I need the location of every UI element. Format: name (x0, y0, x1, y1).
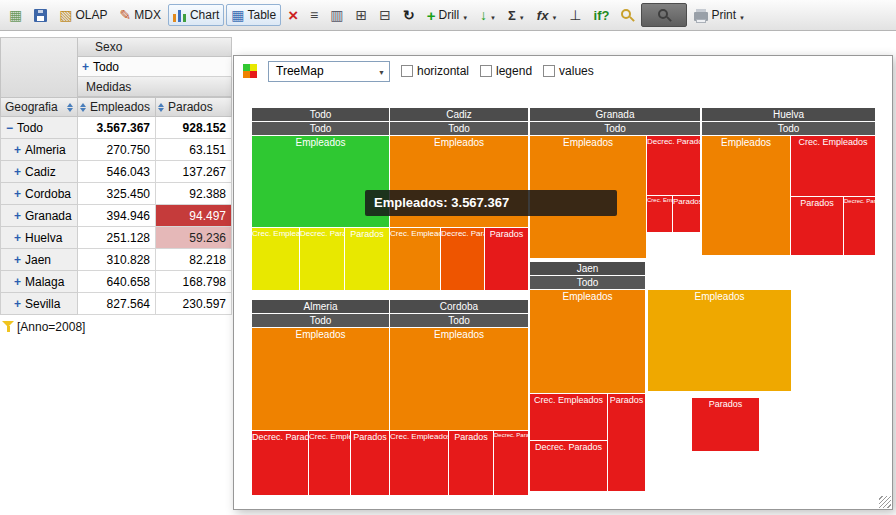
treemap-cell[interactable]: Crec. Empleados (252, 228, 299, 290)
treemap-cell[interactable]: Decrec. Parados (252, 431, 308, 495)
treemap-cell[interactable]: Crec. Empleados (390, 431, 448, 495)
chart-tools-button[interactable] (641, 3, 687, 27)
treemap-cell[interactable]: Parados (608, 394, 645, 491)
move-down-button[interactable] (475, 4, 501, 26)
treemap-cell[interactable]: Decrec. Parados (441, 228, 484, 290)
olap-button[interactable]: OLAP (54, 4, 112, 26)
chevron-down-icon[interactable] (551, 6, 557, 24)
treemap-cell[interactable]: Parados (791, 197, 843, 255)
expand-icon[interactable]: + (13, 297, 22, 311)
treemap-cell[interactable]: Empleados (702, 136, 790, 255)
refresh-button[interactable] (398, 4, 420, 26)
table-row: +Huelva251.12859.236 (0, 227, 232, 249)
sort-icon[interactable] (67, 103, 74, 112)
row-label: Todo (17, 121, 43, 135)
column-header-empleados[interactable]: Empleados (78, 97, 156, 117)
expand-icon[interactable]: + (13, 187, 22, 201)
row-header-huelva[interactable]: +Huelva (0, 227, 78, 249)
table-button[interactable]: Table (226, 4, 281, 26)
functions-button[interactable]: fx (532, 4, 563, 26)
if-button-glyph: if? (594, 9, 610, 22)
row-header-cadiz[interactable]: +Cadiz (0, 161, 78, 183)
row-header-granada[interactable]: +Granada (0, 205, 78, 227)
row-header-sevilla[interactable]: +Sevilla (0, 293, 78, 315)
chevron-down-icon[interactable] (519, 6, 525, 24)
resize-handle[interactable] (879, 496, 891, 508)
row-header-almeria[interactable]: +Almeria (0, 139, 78, 161)
row-header-jaen[interactable]: +Jaen (0, 249, 78, 271)
sexo-member-cell[interactable]: + Todo (78, 57, 232, 77)
magnifier-icon (621, 9, 634, 22)
treemap-cell[interactable]: Crec. Empleados (390, 228, 440, 290)
table-export-button[interactable] (374, 4, 396, 26)
cell-parados: 94.497 (156, 205, 232, 227)
treemap-cell[interactable]: Crec. Empleados (530, 394, 607, 440)
treemap-group-header: Granada (530, 108, 700, 121)
treemap-cell[interactable]: Decrec. Parados (530, 441, 607, 491)
columns-button[interactable] (325, 4, 348, 26)
treemap-cell[interactable]: Crec. Empleados (309, 431, 350, 495)
grid-button[interactable] (4, 4, 27, 26)
treemap-cell[interactable]: Empleados (530, 290, 645, 393)
treemap-cell[interactable]: Empleados (252, 328, 389, 430)
print-button-label: Print (711, 8, 736, 22)
expand-icon[interactable]: + (13, 209, 22, 223)
if-button[interactable]: if? (589, 4, 615, 26)
treemap-cell[interactable]: Decrec. Parados (494, 431, 528, 495)
window-button[interactable] (351, 4, 373, 26)
table-row: −Todo3.567.367928.152 (0, 117, 232, 139)
inspect-button[interactable] (616, 4, 639, 26)
column-header-geografia[interactable]: Geografia (0, 97, 78, 117)
treemap-cell[interactable]: Parados (345, 228, 389, 290)
treemap-cell[interactable]: Parados (449, 431, 493, 495)
chevron-down-icon[interactable] (490, 6, 496, 24)
expand-icon[interactable]: + (13, 143, 22, 157)
treemap-group-sub: Todo (252, 314, 389, 327)
treemap-cell[interactable]: Empleados (648, 290, 791, 391)
sort-icon[interactable] (158, 103, 165, 112)
chevron-down-icon[interactable] (739, 6, 745, 24)
chevron-down-icon[interactable] (462, 6, 468, 24)
toolbar: OLAPMDXChartTableDrillΣfxif?Print (0, 0, 896, 31)
expand-icon[interactable]: + (13, 253, 22, 267)
axis-button[interactable] (564, 4, 586, 26)
cell-empleados: 270.750 (78, 139, 156, 161)
treemap-cell[interactable]: Crec. Empleados (791, 136, 875, 196)
expand-icon[interactable]: + (81, 60, 90, 74)
mdx-button[interactable]: MDX (114, 4, 165, 26)
sort-icon[interactable] (80, 103, 87, 112)
medidas-header[interactable]: Medidas (78, 77, 232, 97)
expand-icon[interactable]: + (13, 165, 22, 179)
treemap-cell[interactable]: Parados (351, 431, 389, 495)
tools-button[interactable] (283, 4, 303, 26)
table-row: +Cordoba325.45092.388 (0, 183, 232, 205)
drill-button-label: Drill (438, 8, 459, 22)
treemap-group-header: Almeria (252, 300, 389, 313)
chart-button-label: Chart (190, 8, 219, 22)
expand-icon[interactable]: + (13, 231, 22, 245)
bars-icon (173, 9, 187, 22)
treemap-cell[interactable]: Empleados (390, 328, 528, 430)
save-button[interactable] (29, 4, 52, 26)
row-header-malaga[interactable]: +Malaga (0, 271, 78, 293)
collapse-icon[interactable]: − (5, 121, 14, 135)
aggregate-button[interactable]: Σ (503, 4, 530, 26)
treemap-cell[interactable]: Crec. Empleados (647, 196, 672, 232)
treemap-cell[interactable]: Decrec. Parados (300, 228, 344, 290)
chart-button[interactable]: Chart (168, 4, 224, 26)
treemap-cell[interactable]: Parados (485, 228, 528, 290)
treemap-cell[interactable]: Parados (692, 398, 759, 451)
treemap-cell[interactable]: Parados (673, 196, 700, 232)
drill-button[interactable]: Drill (422, 4, 473, 26)
treemap-cell[interactable]: Decrec. Parados (647, 136, 700, 195)
functions-button-glyph: fx (537, 9, 549, 22)
column-header-parados[interactable]: Parados (156, 97, 232, 117)
treemap-cell[interactable]: Decrec. Parados (844, 197, 875, 255)
sexo-dimension-header[interactable]: Sexo (78, 37, 232, 57)
print-button[interactable]: Print (689, 4, 750, 26)
row-header-todo[interactable]: −Todo (0, 117, 78, 139)
expand-icon[interactable]: + (13, 275, 22, 289)
row-header-cordoba[interactable]: +Cordoba (0, 183, 78, 205)
hierarchy-button[interactable] (305, 4, 323, 26)
pivot-rows: −Todo3.567.367928.152+Almeria270.75063.1… (0, 117, 232, 315)
